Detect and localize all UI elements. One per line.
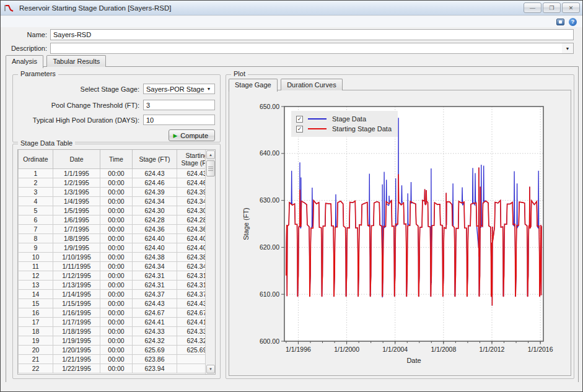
table-row[interactable]: 91/9/199500:00624.40624.40 [19, 243, 216, 252]
table-row[interactable]: 221/22/199500:00623.94 [19, 364, 216, 373]
plot-group-label: Plot [231, 70, 248, 77]
col-stage[interactable]: Stage (FT) [133, 150, 177, 168]
col-time[interactable]: Time [100, 150, 133, 168]
stage-gage-tabpanel: 650.00640.00630.00620.00610.00600.001/1/… [229, 90, 571, 376]
table-row[interactable]: 151/15/199500:00624.43624.43 [19, 298, 216, 308]
stage-data-table: Ordinate Date Time Stage (FT) Starting S… [17, 149, 216, 375]
description-label: Description: [1, 45, 50, 52]
table-row[interactable]: 201/20/199500:00625.69625.69 [19, 345, 216, 354]
table-row[interactable]: 11/1/199500:00624.43624.43 [19, 168, 216, 178]
stage-table-body: 11/1/199500:00624.43624.4321/2/199500:00… [19, 168, 216, 373]
maximize-button[interactable]: ❐ [543, 2, 561, 13]
analysis-panel: Parameters Select Stage Gage: ▼ Pool Cha… [6, 66, 579, 383]
svg-text:640.00: 640.00 [260, 149, 279, 157]
scrollbar-thumb[interactable] [206, 160, 215, 176]
detach-window-icon[interactable] [556, 17, 565, 26]
stage-data-checkbox[interactable]: ✓ [296, 116, 303, 123]
svg-text:1/1/1996: 1/1/1996 [286, 346, 311, 353]
svg-text:630.00: 630.00 [260, 196, 279, 204]
svg-text:600.00: 600.00 [260, 338, 279, 345]
svg-text:620.00: 620.00 [260, 243, 279, 251]
tab-analysis[interactable]: Analysis [6, 55, 43, 68]
help-icon[interactable]: ? [568, 17, 577, 26]
play-icon: ▶ [173, 133, 177, 139]
scroll-down-icon[interactable]: ▼ [206, 365, 215, 373]
svg-text:1/1/2008: 1/1/2008 [431, 346, 456, 353]
tab-tabular-results[interactable]: Tabular Results [46, 55, 106, 67]
title-bar: Reservoir Starting Stage Duration [Sayer… [1, 1, 582, 15]
col-date[interactable]: Date [53, 150, 100, 168]
description-input[interactable] [50, 43, 574, 54]
col-ordinate[interactable]: Ordinate [19, 150, 53, 168]
stage-chart-svg: 650.00640.00630.00620.00610.00600.001/1/… [230, 92, 574, 375]
window-title: Reservoir Starting Stage Duration [Sayer… [19, 4, 522, 12]
tab-stage-gage[interactable]: Stage Gage [229, 79, 278, 92]
table-row[interactable]: 81/8/199500:00624.40624.40 [19, 233, 216, 243]
stage-gage-dropdown-icon[interactable]: ▼ [203, 84, 214, 94]
table-row[interactable]: 61/6/199500:00624.28624.28 [19, 215, 216, 224]
chart-legend: ✓ Stage Data ✓ Starting Stage Data [291, 111, 398, 137]
close-icon: ✕ [569, 5, 574, 11]
svg-text:Stage (FT): Stage (FT) [242, 207, 250, 240]
minimize-button[interactable]: — [524, 2, 541, 13]
table-row[interactable]: 131/13/199500:00624.31624.31 [19, 280, 216, 289]
high-pool-duration-label: Typical High Pool Duration (DAYS): [33, 116, 143, 124]
name-label: Name: [1, 31, 50, 38]
table-row[interactable]: 171/17/199500:00624.41624.41 [19, 317, 216, 326]
table-row[interactable]: 121/12/199500:00624.31624.31 [19, 271, 216, 280]
table-row[interactable]: 161/16/199500:00624.67624.67 [19, 308, 216, 317]
plot-tabs: Stage Gage Duration Curves [229, 79, 343, 90]
table-row[interactable]: 21/2/199500:00624.46624.46 [19, 178, 216, 187]
parameters-group: Parameters Select Stage Gage: ▼ Pool Cha… [12, 74, 221, 142]
table-header: Ordinate Date Time Stage (FT) Starting S… [19, 150, 216, 168]
duration-curve-icon [4, 3, 15, 13]
table-row[interactable]: 41/4/199500:00624.34624.34 [19, 196, 216, 206]
stage-data-line-sample [308, 118, 327, 120]
svg-text:Date: Date [406, 357, 421, 364]
status-strip [1, 382, 582, 391]
table-row[interactable]: 101/10/199500:00624.38624.38 [19, 252, 216, 261]
table-row[interactable]: 181/18/199500:00624.33624.33 [19, 326, 216, 336]
app-window: Reservoir Starting Stage Duration [Sayer… [0, 0, 583, 392]
svg-text:1/1/2016: 1/1/2016 [528, 346, 553, 353]
table-row[interactable]: 141/14/199500:00624.37624.37 [19, 289, 216, 298]
name-input[interactable] [50, 29, 574, 40]
description-dropdown-icon[interactable]: ▼ [562, 43, 573, 53]
main-tabs: Analysis Tabular Results [6, 55, 107, 67]
minimize-icon: — [530, 5, 535, 11]
toolbar: ? [1, 16, 582, 27]
parameters-group-label: Parameters [18, 70, 58, 77]
svg-text:650.00: 650.00 [260, 103, 279, 110]
table-scrollbar[interactable]: ▲ ▼ [205, 150, 215, 374]
svg-text:1/1/2012: 1/1/2012 [480, 346, 505, 353]
tab-duration-curves[interactable]: Duration Curves [281, 79, 342, 90]
table-row[interactable]: 211/21/199500:00623.86 [19, 354, 216, 364]
pool-change-threshold-label: Pool Change Threshold (FT): [51, 102, 143, 109]
table-row[interactable]: 51/5/199500:00624.30624.30 [19, 206, 216, 215]
stage-chart: 650.00640.00630.00620.00610.00600.001/1/… [230, 92, 574, 378]
scroll-up-icon[interactable]: ▲ [206, 150, 215, 159]
stage-gage-label: Select Stage Gage: [81, 85, 143, 93]
table-row[interactable]: 71/7/199500:00624.36624.36 [19, 224, 216, 233]
plot-group: Plot Stage Gage Duration Curves 650.0064… [226, 74, 574, 379]
maximize-icon: ❐ [549, 5, 554, 11]
starting-stage-line-sample [308, 128, 327, 129]
svg-text:1/1/2000: 1/1/2000 [334, 346, 359, 353]
legend-stage-data-label: Stage Data [332, 115, 366, 123]
starting-stage-checkbox[interactable]: ✓ [296, 126, 303, 133]
table-row[interactable]: 191/19/199500:00624.32624.32 [19, 336, 216, 345]
stage-data-table-group: Stage Data Table Ordinate Date Time Stag… [12, 144, 221, 379]
svg-text:1/1/2004: 1/1/2004 [382, 346, 408, 353]
table-row[interactable]: 31/3/199500:00624.39624.39 [19, 187, 216, 196]
compute-button[interactable]: ▶ Compute [169, 129, 215, 141]
legend-starting-stage-label: Starting Stage Data [332, 125, 392, 133]
high-pool-duration-input[interactable] [143, 115, 215, 125]
stage-data-table-label: Stage Data Table [18, 139, 75, 147]
svg-text:610.00: 610.00 [260, 290, 279, 298]
table-row[interactable]: 111/11/199500:00624.34624.34 [19, 261, 216, 271]
pool-change-threshold-input[interactable] [143, 100, 215, 110]
close-button[interactable]: ✕ [562, 2, 580, 13]
compute-button-label: Compute [180, 132, 208, 139]
